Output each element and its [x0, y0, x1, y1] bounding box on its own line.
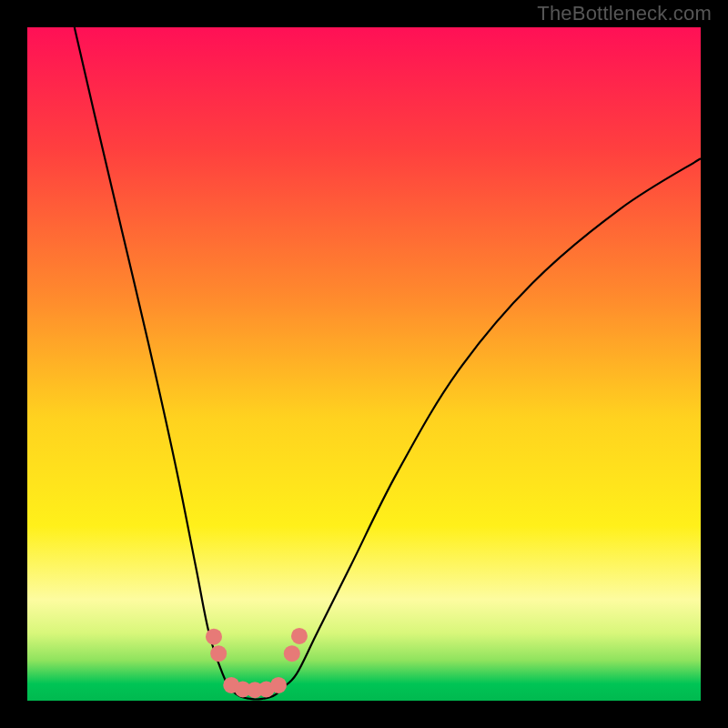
bottleneck-chart	[0, 0, 728, 728]
trough-marker	[210, 645, 227, 662]
trough-marker	[291, 628, 308, 644]
trough-marker	[270, 677, 287, 693]
gradient-background	[27, 27, 701, 701]
trough-marker	[284, 645, 300, 662]
trough-marker	[206, 629, 222, 645]
chart-frame: TheBottleneck.com	[0, 0, 728, 728]
watermark-text: TheBottleneck.com	[537, 2, 712, 25]
